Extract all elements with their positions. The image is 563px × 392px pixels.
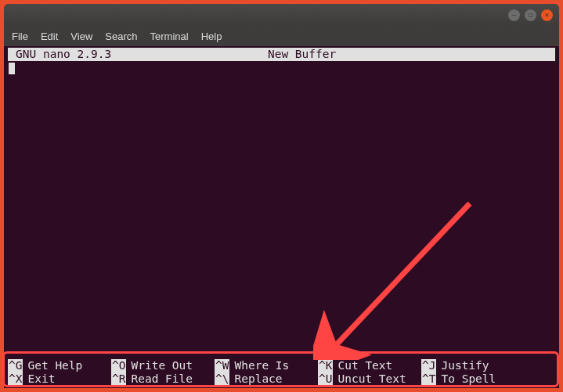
close-icon[interactable]: × [541, 9, 553, 21]
menubar: File Edit View Search Terminal Help [4, 26, 559, 46]
menu-edit[interactable]: Edit [41, 31, 58, 42]
shortcut-justify: ^JJustify [421, 359, 525, 372]
shortcut-get-help: ^GGet Help [8, 359, 111, 372]
shortcut-where-is: ^WWhere Is [215, 359, 318, 372]
nano-app-name: GNU nano 2.9.3 [8, 48, 111, 61]
terminal-body[interactable]: GNU nano 2.9.3 New Buffer ^GGet Help ^OW… [4, 46, 559, 388]
menu-help[interactable]: Help [201, 31, 222, 42]
nano-header: GNU nano 2.9.3 New Buffer [8, 48, 555, 61]
window-controls: – ◻ × [508, 9, 553, 21]
terminal-window: – ◻ × File Edit View Search Terminal Hel… [4, 4, 559, 388]
shortcut-cut-text: ^KCut Text [318, 359, 421, 372]
menu-file[interactable]: File [12, 31, 28, 42]
titlebar[interactable]: – ◻ × [4, 4, 559, 26]
shortcut-read-file: ^RRead File [111, 372, 215, 386]
menu-view[interactable]: View [70, 31, 92, 42]
maximize-icon[interactable]: ◻ [525, 9, 536, 21]
menu-search[interactable]: Search [105, 31, 137, 42]
editor-area[interactable] [8, 61, 555, 358]
shortcut-to-spell: ^TTo Spell [421, 372, 525, 386]
shortcut-exit: ^XExit [8, 372, 111, 386]
menu-terminal[interactable]: Terminal [150, 31, 189, 42]
minimize-icon[interactable]: – [508, 9, 520, 21]
shortcut-row-1: ^GGet Help ^OWrite Out ^WWhere Is ^KCut … [8, 359, 555, 372]
shortcut-row-2: ^XExit ^RRead File ^\Replace ^UUncut Tex… [8, 372, 555, 386]
nano-header-right [493, 48, 555, 61]
shortcut-replace: ^\Replace [215, 372, 318, 386]
cursor-icon [9, 63, 15, 74]
nano-buffer-name: New Buffer [111, 48, 493, 61]
shortcut-write-out: ^OWrite Out [111, 359, 215, 372]
shortcut-bar: ^GGet Help ^OWrite Out ^WWhere Is ^KCut … [8, 359, 555, 386]
shortcut-uncut-text: ^UUncut Text [318, 372, 421, 386]
